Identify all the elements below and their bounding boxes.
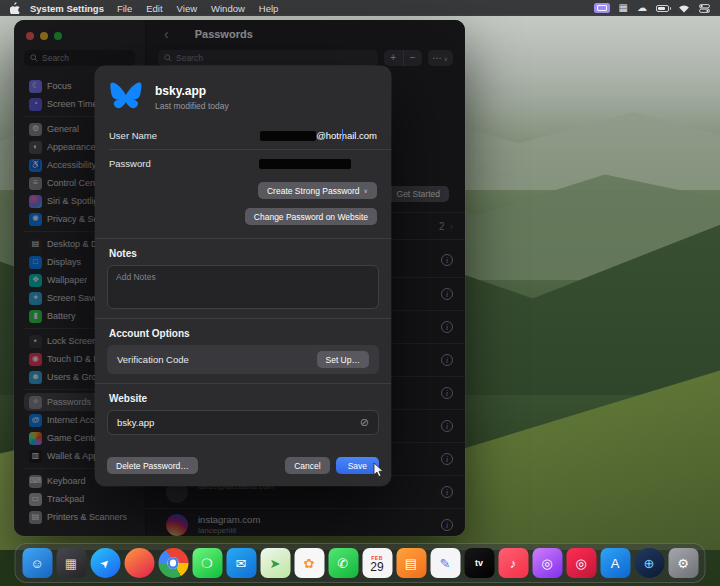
display-icon[interactable]	[594, 3, 610, 13]
website-header: Website	[95, 384, 391, 410]
username-value: @hotmail.com	[316, 130, 377, 141]
fitness-icon: ◎	[566, 548, 596, 578]
music-icon: ♪	[498, 548, 528, 578]
create-strong-label: Create Strong Password	[267, 186, 360, 196]
notes-placeholder: Add Notes	[116, 272, 156, 282]
no-favicon-icon: ⊘	[360, 417, 369, 428]
change-on-website-row: Change Password on Website	[95, 203, 391, 229]
set-up-button[interactable]: Set Up…	[317, 351, 370, 368]
password-label: Password	[109, 158, 151, 169]
battery-icon[interactable]	[656, 5, 669, 12]
mail-icon: ✉	[226, 548, 256, 578]
dialog-footer: Delete Password… Cancel Save	[107, 457, 379, 474]
dock-fitness[interactable]: ◎	[566, 548, 597, 578]
menu-edit[interactable]: Edit	[146, 3, 162, 14]
username-label: User Name	[109, 130, 157, 141]
dock-settings[interactable]: ⚙	[668, 548, 699, 578]
menu-view[interactable]: View	[177, 3, 197, 14]
dock-messages[interactable]: ❍	[192, 548, 223, 578]
wifi-icon[interactable]	[678, 4, 690, 13]
apple-menu-icon[interactable]	[10, 2, 20, 14]
password-row: Password	[95, 150, 391, 177]
verification-code-label: Verification Code	[117, 354, 189, 365]
create-strong-password-button[interactable]: Create Strong Password ∨	[258, 182, 377, 199]
username-redacted	[260, 131, 316, 141]
calendar-icon: FEB29	[362, 548, 392, 578]
facetime-icon: ✆	[328, 548, 358, 578]
change-password-on-website-button[interactable]: Change Password on Website	[245, 208, 377, 225]
dialog-header: bsky.app Last modified today	[95, 66, 391, 122]
verification-code-row: Verification Code Set Up…	[107, 345, 379, 374]
last-modified-label: Last modified today	[155, 101, 229, 111]
create-strong-row: Create Strong Password ∨	[95, 177, 391, 203]
dock-music[interactable]: ♪	[498, 548, 529, 578]
dock-firefox[interactable]	[124, 548, 155, 578]
menubar-status: ▦☁	[594, 3, 710, 13]
notes-input[interactable]: Add Notes	[107, 265, 379, 309]
calendar-day: 29	[370, 560, 383, 574]
menubar-app-name[interactable]: System Settings	[30, 3, 104, 14]
mouse-cursor	[372, 462, 386, 478]
finder-icon: ☺	[22, 548, 52, 578]
account-options-header: Account Options	[95, 319, 391, 345]
dock-app-store[interactable]: A	[600, 548, 631, 578]
maps-icon: ➤	[260, 548, 290, 578]
desktop: System Settings FileEditViewWindowHelp ▦…	[0, 0, 720, 586]
username-row: User Name @hotmail.com	[95, 122, 391, 149]
dock-finder[interactable]: ☺	[22, 548, 53, 578]
bluesky-butterfly-icon	[109, 82, 143, 112]
globe-icon: ⊕	[634, 548, 664, 578]
dock-mail[interactable]: ✉	[226, 548, 257, 578]
text-caret	[342, 129, 344, 141]
dock-safari[interactable]: ➤	[90, 548, 121, 578]
dock-tv[interactable]: tv	[464, 548, 495, 578]
messages-icon: ❍	[192, 548, 222, 578]
dock-maps[interactable]: ➤	[260, 548, 291, 578]
chrome-icon	[158, 548, 188, 578]
cloud-icon[interactable]: ☁	[637, 3, 647, 13]
podcasts-icon: ◎	[532, 548, 562, 578]
dock-books[interactable]: ▤	[396, 548, 427, 578]
menu-file[interactable]: File	[117, 3, 132, 14]
website-row[interactable]: bsky.app ⊘	[107, 410, 379, 435]
menu-bar: System Settings FileEditViewWindowHelp ▦…	[0, 0, 720, 16]
dialog-title: bsky.app	[155, 84, 229, 98]
password-detail-dialog: bsky.app Last modified today User Name @…	[95, 66, 391, 486]
menubar-menus: FileEditViewWindowHelp	[110, 3, 285, 14]
freeform-icon: ✎	[430, 548, 460, 578]
dock: ☺ ▦ ➤ ❍ ✉ ➤ ✿ ✆ FEB29 ▤ ✎ tv ♪ ◎ ◎ A ⊕ ⚙	[15, 543, 706, 583]
launchpad-icon: ▦	[56, 548, 86, 578]
menu-window[interactable]: Window	[211, 3, 245, 14]
dialog-title-block: bsky.app Last modified today	[155, 84, 229, 111]
safari-icon: ➤	[90, 548, 120, 578]
firefox-icon	[124, 548, 154, 578]
menu-help[interactable]: Help	[259, 3, 279, 14]
tv-icon: tv	[464, 548, 494, 578]
dock-facetime[interactable]: ✆	[328, 548, 359, 578]
books-icon: ▤	[396, 548, 426, 578]
grid-icon[interactable]: ▦	[619, 3, 628, 13]
dock-launchpad[interactable]: ▦	[56, 548, 87, 578]
dock-freeform[interactable]: ✎	[430, 548, 461, 578]
dock-globe[interactable]: ⊕	[634, 548, 665, 578]
notes-header: Notes	[95, 239, 391, 265]
password-redacted[interactable]	[259, 159, 351, 169]
dock-podcasts[interactable]: ◎	[532, 548, 563, 578]
app-store-icon: A	[600, 548, 630, 578]
photos-icon: ✿	[294, 548, 324, 578]
dock-photos[interactable]: ✿	[294, 548, 325, 578]
cancel-button[interactable]: Cancel	[285, 457, 329, 474]
control-center-icon[interactable]	[699, 4, 710, 13]
settings-icon: ⚙	[668, 548, 698, 578]
delete-password-button[interactable]: Delete Password…	[107, 457, 198, 474]
website-value: bsky.app	[117, 417, 154, 428]
chevron-down-icon: ∨	[364, 187, 368, 194]
dock-calendar[interactable]: FEB29	[362, 548, 393, 578]
username-field[interactable]: @hotmail.com	[260, 130, 377, 141]
dock-chrome[interactable]	[158, 548, 189, 578]
